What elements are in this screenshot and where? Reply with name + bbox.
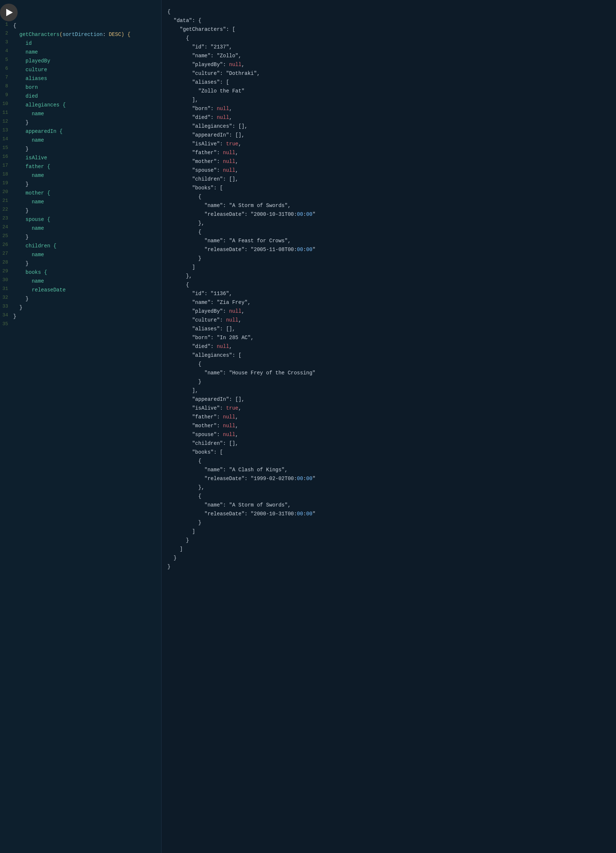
line-number: 5 (0, 57, 13, 62)
json-line: { (167, 281, 610, 289)
line-content: } (13, 260, 161, 267)
line-number: 10 (0, 101, 13, 106)
json-line: ] (167, 527, 610, 536)
line-content: { (13, 22, 161, 30)
query-line: 1{ (0, 21, 161, 30)
query-line: 19 } (0, 180, 161, 189)
line-number: 25 (0, 233, 13, 238)
json-line: } (167, 562, 610, 571)
json-line: }, (167, 483, 610, 492)
line-number: 2 (0, 30, 13, 36)
line-number: 11 (0, 110, 13, 115)
token: allegiances { (13, 102, 66, 108)
line-content: } (13, 304, 161, 312)
query-line: 4 name (0, 48, 161, 56)
token: name (13, 111, 44, 117)
json-line: ] (167, 263, 610, 272)
line-number: 17 (0, 162, 13, 168)
line-number: 29 (0, 268, 13, 274)
line-number: 35 (0, 321, 13, 327)
json-line: "children": [], (167, 175, 610, 184)
token: } (13, 208, 29, 214)
line-content: name (13, 172, 161, 179)
query-line: 26 children { (0, 241, 161, 250)
line-content: name (13, 251, 161, 259)
line-content: books { (13, 268, 161, 276)
token: books { (13, 269, 47, 275)
play-button[interactable] (0, 4, 18, 21)
json-line: "name": "Zollo", (167, 52, 610, 60)
query-line: 18 name (0, 171, 161, 180)
token: culture (13, 67, 47, 73)
token: name (13, 49, 38, 55)
query-line: 16 isAlive (0, 153, 161, 162)
line-number: 33 (0, 304, 13, 309)
json-line: "name": "A Storm of Swords", (167, 501, 610, 510)
token: children { (13, 243, 56, 249)
query-line: 35 (0, 321, 161, 329)
json-line: }, (167, 219, 610, 228)
query-line: 7 aliases (0, 74, 161, 83)
json-line: "name": "House Frey of the Crossing" (167, 369, 610, 377)
json-line: "name": "Zia Frey", (167, 298, 610, 307)
token: : (103, 32, 109, 38)
line-content: spouse { (13, 216, 161, 223)
token: } (13, 261, 29, 267)
json-line: "id": "1136", (167, 289, 610, 298)
line-number: 6 (0, 66, 13, 71)
token: name (13, 199, 44, 205)
line-content: } (13, 312, 161, 320)
json-line: ], (167, 96, 610, 104)
query-line: 5 playedBy (0, 56, 161, 65)
line-number: 27 (0, 251, 13, 256)
token: name (13, 225, 44, 231)
json-line: "id": "2137", (167, 42, 610, 52)
line-number: 22 (0, 206, 13, 212)
json-line: "father": null, (167, 148, 610, 157)
line-content: } (13, 206, 161, 215)
token: appearedIn { (13, 129, 62, 134)
line-number: 16 (0, 154, 13, 159)
json-line: "culture": null, (167, 316, 610, 325)
line-number: 34 (0, 312, 13, 318)
line-number: 21 (0, 198, 13, 203)
left-pane: 1{2 getCharacters(sortDirection: DESC) {… (0, 0, 162, 853)
line-number: 26 (0, 242, 13, 247)
line-content: appearedIn { (13, 127, 161, 135)
line-number: 3 (0, 39, 13, 45)
token: } (13, 120, 29, 126)
line-content: name (13, 48, 161, 56)
line-number: 31 (0, 286, 13, 291)
line-content: children { (13, 242, 161, 250)
json-line: { (167, 8, 610, 16)
json-line: "releaseDate": "1999-02-02T00:00:00" (167, 474, 610, 483)
query-line: 9 died (0, 92, 161, 100)
json-line: "mother": null, (167, 157, 610, 166)
line-number: 8 (0, 83, 13, 89)
line-number: 7 (0, 74, 13, 80)
json-line: "name": "A Storm of Swords", (167, 201, 610, 210)
json-line: "born": null, (167, 104, 610, 113)
json-line: "releaseDate": "2000-10-31T00:00:00" (167, 210, 610, 219)
line-content: } (13, 180, 161, 188)
query-line: 12 } (0, 118, 161, 127)
query-line: 15 } (0, 145, 161, 153)
query-line: 32 } (0, 294, 161, 303)
json-line: "playedBy": null, (167, 60, 610, 69)
json-line: "playedBy": null, (167, 307, 610, 316)
token: name (13, 173, 44, 178)
token: father { (13, 164, 50, 170)
line-number: 28 (0, 260, 13, 265)
json-line: "appearedIn": [], (167, 395, 610, 404)
json-line: "isAlive": true, (167, 404, 610, 413)
token: playedBy (13, 58, 50, 64)
token: getCharacters (13, 32, 59, 38)
line-number: 32 (0, 295, 13, 300)
json-line: { (167, 192, 610, 201)
json-line: "aliases": [ (167, 78, 610, 87)
json-line: "spouse": null, (167, 430, 610, 439)
line-content: } (13, 233, 161, 241)
line-number: 12 (0, 118, 13, 124)
query-line: 22 } (0, 206, 161, 215)
query-editor: 1{2 getCharacters(sortDirection: DESC) {… (0, 21, 161, 329)
